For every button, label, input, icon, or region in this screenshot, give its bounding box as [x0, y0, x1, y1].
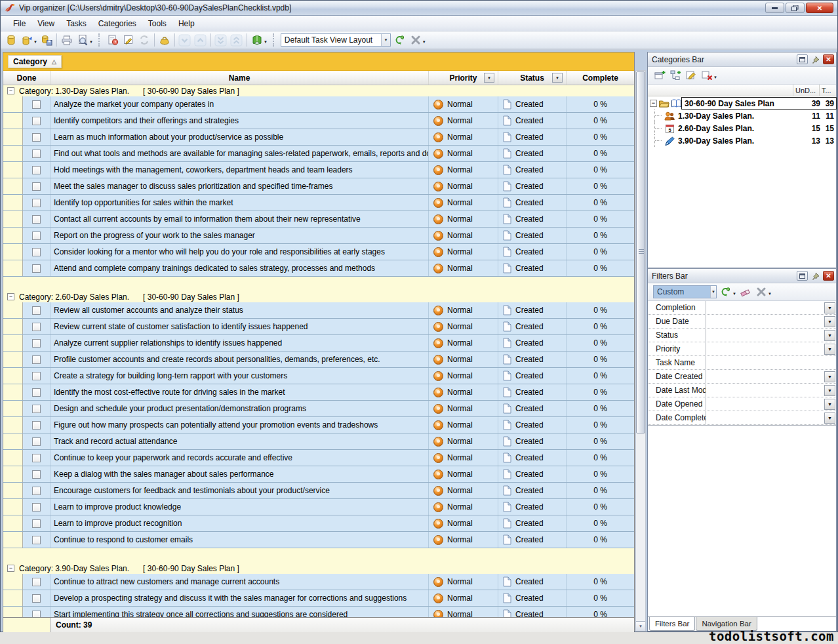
restore-button[interactable] — [786, 3, 805, 13]
chevron-down-icon[interactable]: ▼ — [89, 40, 93, 44]
done-checkbox[interactable] — [32, 536, 41, 544]
open-database-icon[interactable] — [19, 33, 35, 47]
task-row[interactable]: Track and record actual attendance Norma… — [3, 433, 634, 450]
edit-category-icon[interactable] — [683, 68, 699, 83]
task-row[interactable]: Identify the most cost-effective route f… — [3, 384, 634, 401]
task-row[interactable]: Meet the sales manager to discuss sales … — [3, 178, 634, 195]
category-group-header[interactable]: − Category: 2.60-Day Sales Plan. [ 30-60… — [3, 291, 634, 302]
minimize-button[interactable] — [765, 3, 784, 13]
collapse-icon[interactable]: − — [7, 87, 14, 94]
task-row[interactable]: Learn to improve product knowledge Norma… — [3, 499, 634, 515]
done-checkbox[interactable] — [32, 117, 41, 125]
task-row[interactable]: Find out what tools and methods are avai… — [3, 146, 634, 162]
filter-value-field[interactable]: ▼ — [706, 315, 836, 328]
done-checkbox[interactable] — [32, 519, 41, 528]
delete-category-icon[interactable] — [699, 68, 715, 83]
menu-help[interactable]: Help — [172, 17, 201, 30]
menu-tools[interactable]: Tools — [142, 17, 172, 30]
task-row[interactable]: Learn to improve product recognition Nor… — [3, 515, 634, 532]
column-header-undone[interactable]: UnD... — [793, 85, 819, 96]
filter-dropdown-button[interactable]: ▼ — [824, 302, 835, 313]
column-header-complete[interactable]: Complete — [567, 71, 634, 85]
delete-layout-icon[interactable] — [408, 33, 424, 47]
assign-resources-icon[interactable] — [157, 33, 172, 47]
filter-value-field[interactable] — [706, 356, 836, 369]
priority-filter-button[interactable]: ▼ — [484, 73, 494, 83]
category-tree-item[interactable]: 52.60-Day Sales Plan.1515 — [648, 122, 836, 134]
task-row[interactable]: Attend and complete company trainings de… — [3, 260, 634, 277]
scrollbar-thumb[interactable] — [636, 71, 645, 433]
menu-view[interactable]: View — [31, 17, 60, 30]
filter-value-field[interactable]: ▼ — [706, 301, 836, 314]
filter-value-field[interactable]: ▼ — [706, 397, 836, 411]
done-checkbox[interactable] — [32, 306, 41, 315]
dock-panel-button[interactable] — [797, 54, 808, 64]
task-row[interactable]: Continue to keep your paperwork and reco… — [3, 450, 634, 466]
done-checkbox[interactable] — [32, 388, 41, 397]
dock-panel-button[interactable] — [797, 271, 808, 281]
move-to-top-icon[interactable] — [229, 33, 245, 47]
done-checkbox[interactable] — [32, 264, 41, 273]
delete-filter-icon[interactable] — [753, 285, 769, 299]
chevron-down-icon[interactable]: ▼ — [713, 75, 717, 79]
done-checkbox[interactable] — [32, 578, 41, 586]
done-checkbox[interactable] — [32, 166, 41, 174]
task-row[interactable]: Report on the progress of your work to t… — [3, 228, 634, 244]
clear-filter-icon[interactable] — [738, 285, 753, 299]
filter-dropdown-button[interactable]: ▼ — [824, 316, 835, 327]
column-header-priority[interactable]: Priority ▼ — [429, 71, 498, 85]
done-checkbox[interactable] — [32, 150, 41, 158]
column-header-name[interactable]: Name — [50, 71, 429, 85]
add-subcategory-icon[interactable] — [668, 68, 683, 83]
done-checkbox[interactable] — [32, 487, 41, 495]
menu-file[interactable]: File — [7, 17, 31, 30]
tab-filters-bar[interactable]: Filters Bar — [649, 617, 695, 631]
add-task-icon[interactable] — [105, 33, 121, 47]
column-header-done[interactable]: Done — [3, 71, 50, 85]
task-row[interactable]: Keep a dialog with the sales manager abo… — [3, 466, 634, 483]
done-checkbox[interactable] — [32, 355, 41, 364]
done-checkbox[interactable] — [32, 133, 41, 142]
done-checkbox[interactable] — [32, 594, 41, 603]
toolbar-grip[interactable] — [98, 33, 102, 47]
filter-value-field[interactable]: ▼ — [706, 370, 836, 383]
task-row[interactable]: Analyze the market your company operates… — [3, 96, 634, 113]
task-row[interactable]: Profile customer accounts and create rec… — [3, 352, 634, 368]
done-checkbox[interactable] — [32, 470, 41, 479]
filter-dropdown-button[interactable]: ▼ — [824, 330, 835, 341]
task-row[interactable]: Continue to respond to customer emails N… — [3, 532, 634, 548]
save-database-icon[interactable] — [39, 33, 54, 47]
move-down-icon[interactable] — [177, 33, 193, 47]
done-checkbox[interactable] — [32, 339, 41, 348]
filter-dropdown-button[interactable]: ▼ — [824, 399, 835, 410]
done-checkbox[interactable] — [32, 372, 41, 380]
column-header-total[interactable]: T... — [819, 85, 836, 96]
apply-filter-icon[interactable] — [718, 285, 734, 299]
done-checkbox[interactable] — [32, 182, 41, 191]
filter-dropdown-button[interactable]: ▼ — [824, 413, 835, 424]
done-checkbox[interactable] — [32, 100, 41, 109]
close-filters-bar-button[interactable]: ✕ — [823, 271, 834, 281]
task-row[interactable]: Create a strategy for building long-tern… — [3, 368, 634, 384]
filter-dropdown-button[interactable]: ▼ — [824, 371, 835, 382]
group-by-category-button[interactable]: Category △ — [8, 55, 62, 68]
chevron-down-icon[interactable]: ▼ — [732, 292, 736, 296]
new-database-icon[interactable] — [3, 33, 19, 47]
task-row[interactable]: Review current state of customer satisfa… — [3, 319, 634, 335]
filter-value-field[interactable]: ▼ — [706, 342, 836, 355]
done-checkbox[interactable] — [32, 454, 41, 462]
filter-value-field[interactable]: ▼ — [706, 329, 836, 342]
print-preview-icon[interactable] — [75, 33, 90, 47]
toolbar-grip[interactable] — [273, 33, 277, 47]
category-tree-item[interactable]: 3.90-Day Sales Plan.1313 — [648, 134, 836, 147]
task-row[interactable]: Figure out how many prospects can potent… — [3, 417, 634, 433]
filter-dropdown-button[interactable]: ▼ — [824, 344, 835, 355]
column-header-status[interactable]: Status ▼ — [498, 71, 567, 85]
chevron-down-icon[interactable]: ▼ — [768, 292, 772, 296]
notes-icon[interactable] — [249, 33, 265, 47]
task-row[interactable]: Identify competitors and their offerings… — [3, 113, 634, 129]
task-row[interactable]: Start implementing this strategy once al… — [3, 607, 634, 617]
task-row[interactable]: Design and schedule your product present… — [3, 401, 634, 417]
menu-tasks[interactable]: Tasks — [60, 17, 92, 30]
done-checkbox[interactable] — [32, 215, 41, 224]
